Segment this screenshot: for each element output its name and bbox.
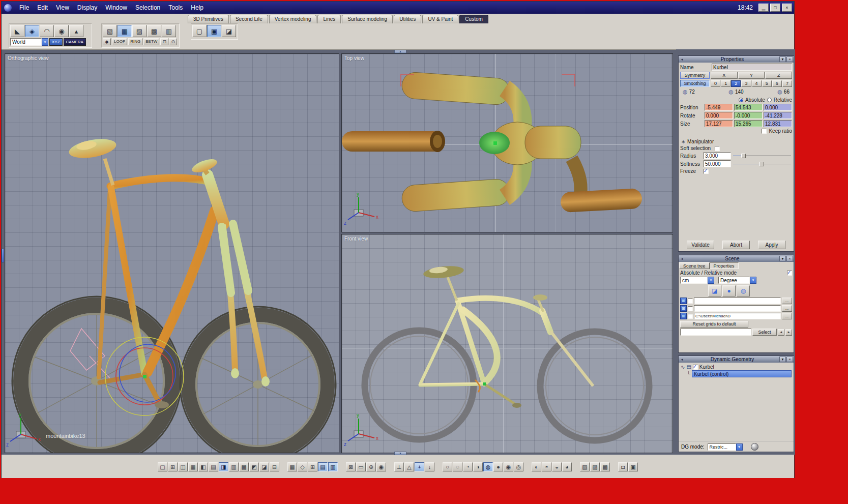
front-viewport[interactable]: y x z Front view — [341, 234, 673, 453]
dg-root-row[interactable]: ∿ ▤ Kurbel — [681, 364, 792, 370]
grid-row-field[interactable] — [694, 305, 781, 312]
object-mode-icon[interactable]: ▩ — [147, 25, 161, 37]
grid-row-field[interactable] — [694, 313, 781, 319]
grow-selection-icon[interactable]: ⊙ — [169, 38, 177, 45]
layout-icon-8[interactable]: ▥ — [229, 462, 239, 471]
panel-close-icon[interactable]: × — [786, 56, 793, 62]
hand-tool-icon[interactable]: ◈ — [25, 25, 39, 37]
chevron-down-icon[interactable]: ▼ — [42, 38, 48, 46]
splitter-collapse-up[interactable]: ▲ — [394, 50, 406, 53]
size-x-field[interactable] — [705, 120, 733, 127]
cube-uv-icon[interactable]: ▨ — [590, 462, 600, 471]
wire-sphere-icon[interactable]: ◍ — [737, 285, 750, 297]
validate-button[interactable]: Validate — [687, 241, 714, 249]
tab-scene-tree[interactable]: Scene tree — [679, 262, 710, 269]
panel-menu-icon[interactable]: ▼ — [779, 256, 786, 261]
layout-icon-9[interactable]: ▩ — [239, 462, 249, 471]
camera-toggle-button[interactable]: CAMERA — [64, 38, 86, 46]
freeze-checkbox[interactable] — [704, 169, 709, 174]
uv-editor-icon[interactable]: ▦ — [287, 462, 297, 471]
smoothing-level-1[interactable]: 1 — [721, 80, 730, 87]
light-soft-icon[interactable]: ◕ — [562, 462, 572, 471]
tab-utilities[interactable]: Utilities — [394, 15, 421, 23]
smoothing-level-6[interactable]: 6 — [772, 80, 782, 87]
rotate-x-field[interactable] — [705, 112, 733, 119]
shrink-selection-icon[interactable]: ⊟ — [160, 38, 168, 45]
light-back-icon[interactable]: ◒ — [552, 462, 562, 471]
panel-collapse-icon[interactable]: ◄ — [679, 358, 685, 361]
radius-slider-thumb[interactable] — [741, 154, 746, 158]
chevron-down-icon[interactable]: ▼ — [708, 277, 714, 284]
smoothing-level-7[interactable]: 7 — [782, 80, 792, 87]
gold-shading-icon[interactable]: ◉ — [504, 462, 513, 471]
panel-menu-icon[interactable]: ▼ — [779, 357, 786, 362]
scalpel-tool-icon[interactable]: ◣ — [10, 25, 24, 37]
smoothing-button[interactable]: Smoothing — [680, 80, 710, 87]
camera-icon[interactable]: ▣ — [628, 462, 638, 471]
size-z-field[interactable] — [764, 120, 792, 127]
drop-to-ground-icon[interactable]: ↓ — [425, 462, 434, 471]
grid-row-checkbox[interactable] — [688, 299, 693, 304]
hidden-line-shading-icon[interactable]: ◌ — [453, 462, 462, 471]
z-axis-header[interactable]: Z — [765, 72, 792, 79]
top-viewport[interactable]: y x z Top view — [341, 53, 673, 232]
position-x-field[interactable] — [705, 104, 733, 111]
wireframe-shading-icon[interactable]: ○ — [443, 462, 452, 471]
deselect-icon[interactable]: ⊠ — [346, 462, 356, 471]
menu-edit[interactable]: Edit — [33, 4, 52, 11]
grid-chip-icon[interactable]: ⊞ — [680, 313, 687, 319]
tab-lines[interactable]: Lines — [317, 15, 341, 23]
menu-window[interactable]: Window — [101, 4, 131, 11]
snap-grid-icon[interactable]: ⊥ — [394, 462, 404, 471]
grid-row-field[interactable] — [694, 298, 781, 304]
panel-close-icon[interactable]: × — [786, 357, 793, 362]
tab-surface-modeling[interactable]: Surface modeling — [342, 15, 393, 23]
relative-radio[interactable] — [767, 98, 772, 102]
radius-slider[interactable] — [733, 154, 791, 158]
layout-icon-3[interactable]: ◫ — [178, 462, 188, 471]
smooth-shading-icon[interactable]: ◑ — [473, 462, 483, 471]
tab-custom[interactable]: Custom — [459, 15, 488, 23]
splitter-collapse-down[interactable]: ▼ — [394, 452, 406, 455]
minimize-button[interactable]: ▁ — [758, 4, 769, 12]
symmetry-button[interactable]: Symmetry — [680, 72, 710, 79]
left-edge-scroll-nub[interactable] — [2, 249, 4, 262]
panel-collapse-icon[interactable]: ◄ — [679, 257, 685, 260]
paint-icon[interactable]: ◇ — [298, 462, 307, 471]
name-field[interactable] — [712, 64, 792, 71]
uv-mode-icon[interactable]: ▥ — [162, 25, 176, 37]
browse-button[interactable]: ... — [782, 305, 792, 312]
menu-selection[interactable]: Selection — [131, 4, 164, 11]
light-front-icon[interactable]: ◐ — [532, 462, 541, 471]
pin-tool-icon[interactable]: ▴ — [69, 25, 83, 37]
paste-icon[interactable]: ▣ — [207, 25, 221, 37]
softness-slider[interactable] — [733, 162, 791, 166]
zoom-icon[interactable]: ⊕ — [366, 462, 376, 471]
sphere-brush-tool-icon[interactable]: ◉ — [54, 25, 69, 37]
position-z-field[interactable] — [764, 104, 792, 111]
panel-close-icon[interactable]: × — [786, 256, 793, 261]
smoothing-level-2[interactable]: 2 — [731, 80, 741, 87]
rotate-y-field[interactable] — [734, 112, 763, 119]
cube-display-icon[interactable]: ▧ — [580, 462, 590, 471]
world-space-dropdown[interactable]: World ▼ — [10, 38, 48, 46]
tab-vertex-modeling[interactable]: Vertex modeling — [269, 15, 317, 23]
menu-display[interactable]: Display — [73, 4, 101, 11]
menu-tools[interactable]: Tools — [164, 4, 187, 11]
apply-button[interactable]: Apply — [758, 241, 785, 249]
face-mode-icon[interactable]: ▨ — [132, 25, 147, 37]
close-button[interactable]: × — [782, 4, 792, 12]
next-arrow-icon[interactable]: ► — [785, 329, 792, 336]
layout-icon-12[interactable]: ⊟ — [270, 462, 279, 471]
position-y-field[interactable] — [734, 104, 763, 111]
between-button[interactable]: BETW — [143, 38, 159, 45]
material-shading-icon[interactable]: ● — [493, 462, 503, 471]
loop-button[interactable]: LOOP — [112, 38, 127, 45]
copy-icon[interactable]: ▢ — [192, 25, 207, 37]
tab-uv-paint[interactable]: UV & Paint — [422, 15, 458, 23]
layout-icon-7[interactable]: ◨ — [219, 462, 228, 471]
angle-unit-dropdown[interactable]: Degree ▼ — [718, 277, 756, 284]
layout-icon-6[interactable]: ▤ — [209, 462, 218, 471]
ring-button[interactable]: RING — [128, 38, 142, 45]
smoothing-level-4[interactable]: 4 — [752, 80, 762, 87]
